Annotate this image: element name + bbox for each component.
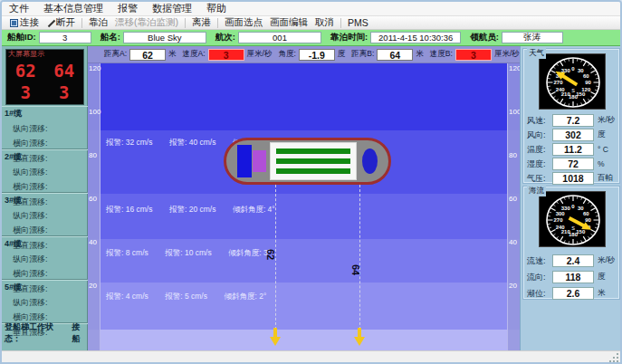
measure-arrow-b [354,328,365,346]
voyage-input[interactable] [238,32,321,43]
wind-direction-unit: 度 [598,129,606,140]
gauge-south-label: S [571,88,575,93]
cancel-button[interactable]: 取消 [315,16,334,29]
pms-button[interactable]: PMS [348,17,368,28]
alarm-threshold-a: 报警: 8 cm/s [106,248,148,257]
weather-group-title: 天气 [527,48,546,59]
disconnect-icon [46,19,54,27]
current-compass-gauge: 0306090120150180210240270300330S [539,191,606,247]
current-speed-value: 2.4 [552,254,594,267]
gauge-dial-number: 240 [556,87,566,92]
ship-info-bar: 船舶ID: 船名: 航次: 靠泊时间: 领航员: [2,30,620,46]
alarm-threshold-b: 报警: 20 cm/s [169,205,215,214]
humidity-unit: % [598,159,605,168]
big-screen-display: 大屏幕显示 62 64 3 3 [5,49,84,105]
lateral-drift-label: 横向漂移: [2,268,88,280]
berth-time-input[interactable] [370,32,461,43]
distance-a-value: 62 [129,49,166,61]
lateral-drift-label: 横向漂移: [2,138,88,149]
ship-id-input[interactable] [39,32,91,43]
plot-area: 12010080604020 12010080604020 报警: 32 cm/… [88,63,520,350]
menu-item-data-mgmt[interactable]: 数据管理 [152,2,192,15]
ship-bow [362,148,378,174]
connect-label: 连接 [20,16,39,29]
distance-b-value: 64 [377,49,413,61]
gangway-status-value: 接船 [72,321,88,345]
axis-tick-label: 60 [89,195,97,203]
alarm-threshold-row: 报警: 4 cm/s 报警: 5 cm/s 倾斜角度: 2° [106,286,279,302]
screen-pick-button[interactable]: 画面选点 [225,16,263,29]
axis-tick-label: 80 [509,151,517,159]
alarm-threshold-row: 报警: 16 cm/s 报警: 20 cm/s 倾斜角度: 4° [106,199,288,216]
resize-grip[interactable] [609,353,619,363]
disconnect-label: 断开 [56,16,75,29]
axis-tick-label: 40 [89,238,97,246]
axis-tick-label: 20 [89,282,97,290]
tide-level-unit: 米 [598,288,606,299]
wind-direction-value: 302 [552,129,594,141]
display-distance-a: 62 [15,61,36,81]
pilot-label: 领航员: [470,32,499,43]
axis-tick-label: 120 [509,64,520,72]
distance-b-unit: 米 [416,49,424,60]
distance-b-label: 距离B: [351,49,374,60]
ship-cargo-deck [270,142,357,180]
ship-name-input[interactable] [123,32,206,43]
berth-button[interactable]: 靠泊 [89,16,108,29]
screen-edit-button[interactable]: 画面编辑 [270,16,308,29]
gauge-dial-number: 270 [553,217,563,223]
depart-button[interactable]: 离港 [192,16,211,29]
toolbar-separator [81,18,82,28]
gauge-dial-number: 90 [585,80,591,85]
pilot-input[interactable] [502,32,563,43]
angle-value: -1.9 [299,49,335,61]
disconnect-button[interactable]: 断开 [46,16,75,29]
alarm-threshold-a: 报警: 32 cm/s [106,138,152,147]
display-distance-b: 64 [53,61,74,81]
tide-level-value: 2.6 [552,287,594,300]
humidity-label: 湿度: [523,158,552,170]
tilt-angle-threshold: 倾斜角度: 4° [233,205,275,214]
connect-button[interactable]: 连接 [10,16,39,29]
longitudinal-drift-label: 纵向漂移: [2,123,88,135]
wind-speed-unit: 米/秒 [598,115,615,126]
temperature-value: 11.2 [552,143,594,156]
axis-tick-label: 120 [89,64,100,72]
cable-sections: 1#缆 纵向漂移: 横向漂移: 垂直漂移: 2#缆 纵向漂移: 横向漂移: 垂直… [2,106,88,323]
cable-section-1: 1#缆 纵向漂移: 横向漂移: 垂直漂移: [2,106,88,149]
gauge-dial-number: 60 [583,73,589,79]
temperature-label: 温度: [523,144,552,156]
menu-item-alarm[interactable]: 报警 [118,2,138,15]
sea-current-group: 海流 0306090120150180210240270300330S 流速: … [522,186,620,300]
speed-b-value: 3 [455,49,492,61]
axis-tick-label: 40 [509,238,517,246]
menu-item-file[interactable]: 文件 [9,2,29,15]
gauge-dial-number: 90 [585,217,591,223]
speed-b-unit: 厘米/秒 [494,49,520,60]
menu-bar: 文件 基本信息管理 报警 数据管理 帮助 [2,2,620,16]
big-screen-title: 大屏幕显示 [8,49,44,59]
wind-speed-label: 风速: [523,115,552,127]
gauge-dial-number: 210 [561,229,571,235]
left-axis-ruler: 12010080604020 [88,63,100,350]
display-speed-b: 3 [59,82,69,102]
alarm-threshold-a: 报警: 4 cm/s [106,292,148,301]
connect-icon [10,19,18,27]
sea-current-group-title: 海流 [527,186,546,196]
alarm-threshold-row: 报警: 8 cm/s 报警: 10 cm/s 倾斜角度: 3° [106,243,283,259]
longitudinal-drift-label: 纵向漂移: [2,210,88,222]
gauge-dial-number: 240 [556,225,566,230]
longitudinal-drift-label: 纵向漂移: [2,254,88,265]
menu-item-basic-info[interactable]: 基本信息管理 [43,2,103,15]
tide-level-label: 潮位: [523,288,552,300]
angle-label: 角度: [278,49,295,60]
alarm-threshold-b: 报警: 40 cm/s [169,138,215,147]
temperature-unit: ° C [598,145,608,154]
wind-compass-gauge: 0306090120150180210240270300330S [539,53,606,110]
angle-unit: 度 [338,49,346,60]
axis-tick-label: 100 [509,108,520,116]
humidity-value: 72 [552,158,594,170]
environment-panel: 天气 0306090120150180210240270300330S 风速: … [520,46,622,350]
menu-item-help[interactable]: 帮助 [206,2,226,15]
axis-tick-label: 20 [509,282,517,290]
